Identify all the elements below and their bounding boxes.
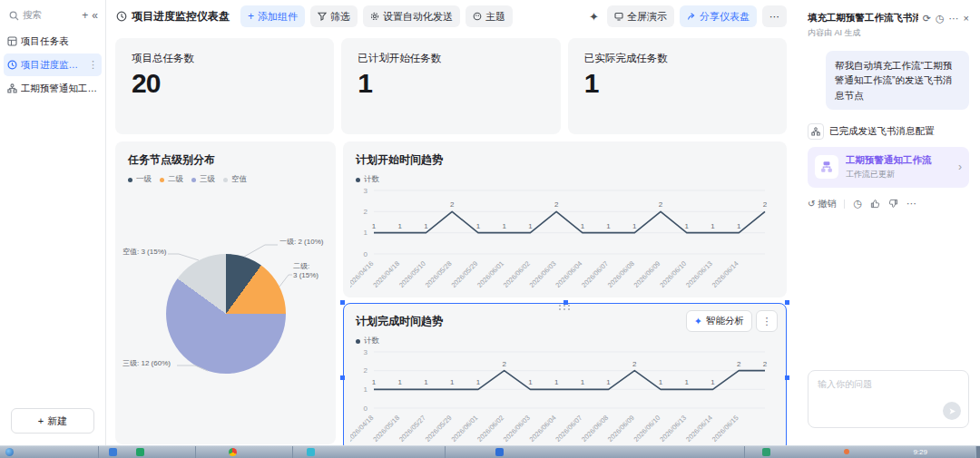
new-button-label: 新建 [47,414,67,428]
kpi-card-planned-started[interactable]: 已计划开始任务数 1 [341,38,560,134]
svg-text:1: 1 [424,222,428,230]
svg-text:1: 1 [424,378,428,386]
workflow-result-card[interactable]: 工期预警通知工作流 工作流已更新 › [808,147,969,188]
sidebar-item-workflow[interactable]: 工期预警通知工作流 [4,77,102,100]
chevron-right-icon[interactable]: › [958,161,962,173]
taskbar-app-icon[interactable] [109,448,117,456]
svg-text:0: 0 [364,250,368,258]
svg-text:1: 1 [554,378,559,386]
toolbar-more-button[interactable]: ⋯ [762,5,787,27]
taskbar-app-icon[interactable] [307,448,315,456]
show-desktop-button[interactable] [975,446,980,458]
actions-more-icon[interactable]: ⋯ [906,198,916,210]
line-chart-card-finish-trend[interactable]: 计划完成时间趋势 ✦ 智能分析 ⋮ 计数 0123111112111121112… [343,303,787,446]
svg-text:1: 1 [364,385,368,394]
magic-sparkle-icon[interactable]: ✦ [586,10,602,24]
filter-icon [318,12,327,21]
kpi-value: 20 [132,68,318,99]
auto-send-button[interactable]: 设置自动化发送 [363,5,460,27]
item-more-icon[interactable]: ⋮ [88,59,98,71]
svg-text:1: 1 [372,222,377,230]
history-icon[interactable]: ◷ [936,14,945,24]
line-chart-title: 计划开始时间趋势 [356,152,774,168]
undo-button[interactable]: ↺ 撤销 [808,198,836,210]
svg-text:2026/05/28: 2026/05/28 [424,259,454,289]
sidebar-item-label: 工期预警通知工作流 [21,83,98,95]
pie-chart-card[interactable]: 任务节点级别分布 一级 二级 三级 空值 一级: 2 (10%)二级:3 (15… [115,141,336,444]
legend-label: 一级 [136,174,152,185]
new-button[interactable]: + 新建 [11,408,94,434]
legend-dot [128,178,132,182]
question-input[interactable] [808,371,968,407]
svg-text:2026/06/03: 2026/06/03 [502,414,532,443]
svg-text:2026/06/13: 2026/06/13 [684,259,714,289]
sidebar-item-dashboard[interactable]: 项目进度监控仪... ⋮ [4,54,102,76]
svg-text:0: 0 [364,404,368,413]
filter-button[interactable]: 筛选 [310,5,358,27]
thumbs-down-icon[interactable] [888,199,898,209]
panel-more-icon[interactable]: ⋯ [949,14,959,24]
legend-dot [191,178,196,182]
sidebar-item-task-table[interactable]: 项目任务表 [4,30,102,53]
add-widget-button[interactable]: + 添加组件 [240,5,305,27]
taskbar-app-icon[interactable] [762,448,770,456]
selection-handle[interactable] [785,375,789,380]
share-dashboard-button[interactable]: 分享仪表盘 [680,5,757,27]
filter-label: 筛选 [330,10,350,24]
svg-text:2026/06/15: 2026/06/15 [710,414,740,443]
theme-label: 主题 [485,10,505,24]
thumbs-up-icon[interactable] [870,199,880,209]
kpi-card-actually-done[interactable]: 已实际完成任务数 1 [568,38,787,134]
dashboard-canvas: 项目总任务数 20 已计划开始任务数 1 已实际完成任务数 1 任务节点级别分布 [107,33,796,446]
start-button[interactable] [5,448,14,456]
send-button[interactable] [943,402,961,420]
selection-handle[interactable] [785,300,789,305]
legend-item[interactable]: 一级 [128,174,152,185]
svg-text:1: 1 [476,222,481,230]
smart-analysis-label: 智能分析 [706,315,744,327]
regenerate-icon[interactable]: ⟳ [923,14,931,24]
sidebar: 搜索 + « 项目任务表 项目进度监控仪... ⋮ 工期预警通知工作流 + 新 [0,0,106,446]
legend-label: 空值 [231,174,247,185]
svg-text:2: 2 [632,360,637,368]
line-chart-card-start-trend[interactable]: 计划开始时间趋势 计数 012311121112111211122026/04/… [343,141,787,297]
selection-handle[interactable] [564,300,568,305]
kpi-label: 已计划开始任务数 [358,52,544,65]
kebab-icon: ⋮ [762,316,772,327]
theme-button[interactable]: 主题 [466,5,513,27]
legend-item[interactable]: 空值 [223,174,247,185]
svg-text:1: 1 [710,222,715,230]
close-icon[interactable]: × [964,14,969,24]
gear-icon [370,12,379,21]
legend-dot [223,178,228,182]
legend-item[interactable]: 二级 [160,174,183,185]
history-icon[interactable]: ◷ [853,198,862,210]
drag-handle-icon[interactable] [559,305,572,310]
ai-action-row: ↺ 撤销 ◷ ⋯ [808,198,969,210]
line-charts-column: 计划开始时间趋势 计数 012311121112111211122026/04/… [343,141,787,446]
workflow-icon [7,83,17,93]
svg-text:1: 1 [737,222,741,230]
legend-item[interactable]: 三级 [191,174,215,185]
line-chart-finish-trend: 012311111211112111222026/04/182026/05/18… [350,343,779,446]
add-icon[interactable]: + [82,10,88,21]
taskbar-browser-icon[interactable] [229,448,237,456]
widget-menu-button[interactable]: ⋮ [756,310,778,332]
svg-text:2026/05/10: 2026/05/10 [397,259,427,289]
dashboard-toolbar: 项目进度监控仪表盘 + 添加组件 筛选 设置自动化发送 [107,0,796,33]
svg-text:2: 2 [763,360,768,368]
svg-text:2026/04/18: 2026/04/18 [371,259,401,289]
svg-text:2026/06/01: 2026/06/01 [475,259,505,289]
smart-analysis-button[interactable]: ✦ 智能分析 [686,310,752,332]
kpi-card-total-tasks[interactable]: 项目总任务数 20 [115,38,334,134]
sidebar-search[interactable]: 搜索 + « [0,0,105,29]
taskbar-app-icon[interactable] [136,448,144,456]
selection-handle[interactable] [340,375,345,380]
pie-chart[interactable] [166,254,286,374]
svg-text:2026/06/09: 2026/06/09 [606,414,636,443]
selection-handle[interactable] [340,300,345,305]
fullscreen-button[interactable]: 全屏演示 [607,5,674,27]
collapse-sidebar-icon[interactable]: « [92,10,98,21]
taskbar-app-icon[interactable] [495,448,504,456]
workflow-card-icon [815,155,838,179]
